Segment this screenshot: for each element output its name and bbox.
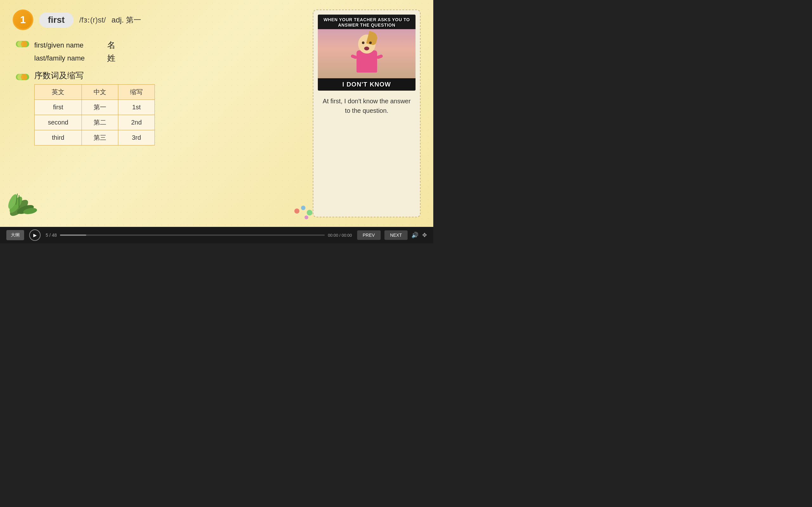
play-icon: ▶ <box>33 233 37 238</box>
ordinal-section: 序数词及缩写 英文 中文 缩写 first 第一 1st <box>16 70 303 146</box>
progress-fill <box>60 234 86 236</box>
fullscreen-icon[interactable]: ✥ <box>422 232 427 239</box>
meme-card: WHEN YOUR TEACHER ASKS YOU TO ANSWER THE… <box>313 9 420 217</box>
col-header-chinese: 中文 <box>82 84 118 100</box>
name-chinese-2: 姓 <box>107 53 115 64</box>
cell-first-abbr: 1st <box>118 100 155 115</box>
col-header-abbr: 缩写 <box>118 84 155 100</box>
table-row: first 第一 1st <box>35 100 155 115</box>
word-pill: first <box>39 12 73 27</box>
table-row: second 第二 2nd <box>35 115 155 130</box>
cell-second-en: second <box>35 115 82 130</box>
next-button[interactable]: NEXT <box>385 230 408 240</box>
table-row: third 第三 3rd <box>35 130 155 146</box>
toggle-icon-2[interactable] <box>16 72 29 81</box>
cell-first-en: first <box>35 100 82 115</box>
number-badge: 1 <box>13 9 33 30</box>
adj-label: adj. 第一 <box>112 15 141 25</box>
svg-point-17 <box>21 74 27 80</box>
meme-top-text: WHEN YOUR TEACHER ASKS YOU TO ANSWER THE… <box>318 14 415 29</box>
cell-second-abbr: 2nd <box>118 115 155 130</box>
word-header: 1 first /fɜː(r)st/ adj. 第一 <box>13 9 303 30</box>
slide-area: 1 first /fɜː(r)st/ adj. 第一 first/given n… <box>0 0 433 227</box>
child-hair <box>366 31 378 46</box>
meme-bottom-text: I DON'T KNOW <box>318 78 415 91</box>
col-header-english: 英文 <box>35 84 82 100</box>
prev-button[interactable]: PREV <box>357 230 380 240</box>
name-row-first: first/given name 名 <box>34 40 115 51</box>
name-chinese-1: 名 <box>107 40 115 51</box>
table-header-row: 英文 中文 缩写 <box>35 84 155 100</box>
volume-icon[interactable]: 🔊 <box>411 232 418 239</box>
svg-point-11 <box>305 216 308 219</box>
toggle-icon-1[interactable] <box>16 40 29 49</box>
child-body <box>357 50 377 72</box>
control-bar: 大纲 ▶ 5 / 48 00:00 / 00:00 PREV NEXT 🔊 ✥ <box>0 227 433 243</box>
progress-bar[interactable] <box>60 234 325 236</box>
slide-counter: 5 / 48 <box>46 233 57 238</box>
name-section: first/given name 名 last/family name 姓 <box>16 40 303 64</box>
cell-second-zh: 第二 <box>82 115 118 130</box>
name-rows: first/given name 名 last/family name 姓 <box>34 40 115 64</box>
cell-third-abbr: 3rd <box>118 130 155 146</box>
meme-image: WHEN YOUR TEACHER ASKS YOU TO ANSWER THE… <box>318 14 415 91</box>
name-english-1: first/given name <box>34 41 98 49</box>
progress-area: 5 / 48 00:00 / 00:00 <box>46 233 352 238</box>
child-head <box>358 35 375 54</box>
svg-point-14 <box>21 41 27 47</box>
meme-sentence: At first, I don't know the answer to the… <box>318 95 415 117</box>
play-button[interactable]: ▶ <box>29 229 41 241</box>
ordinal-title: 序数词及缩写 <box>34 70 155 81</box>
name-english-2: last/family name <box>34 54 98 62</box>
phonetic: /fɜː(r)st/ <box>79 15 106 24</box>
outline-button[interactable]: 大纲 <box>6 230 24 240</box>
name-row-last: last/family name 姓 <box>34 53 115 64</box>
svg-point-9 <box>307 210 312 216</box>
main-content: 1 first /fɜː(r)st/ adj. 第一 first/given n… <box>13 9 303 217</box>
ordinal-table: 英文 中文 缩写 first 第一 1st second <box>34 84 155 146</box>
cell-third-zh: 第三 <box>82 130 118 146</box>
child-figure <box>357 35 377 72</box>
cell-first-zh: 第一 <box>82 100 118 115</box>
meme-child-image <box>318 29 415 78</box>
time-display: 00:00 / 00:00 <box>328 233 352 238</box>
control-right: PREV NEXT 🔊 ✥ <box>357 230 427 240</box>
cell-third-en: third <box>35 130 82 146</box>
ordinal-content: 序数词及缩写 英文 中文 缩写 first 第一 1st <box>34 70 155 146</box>
